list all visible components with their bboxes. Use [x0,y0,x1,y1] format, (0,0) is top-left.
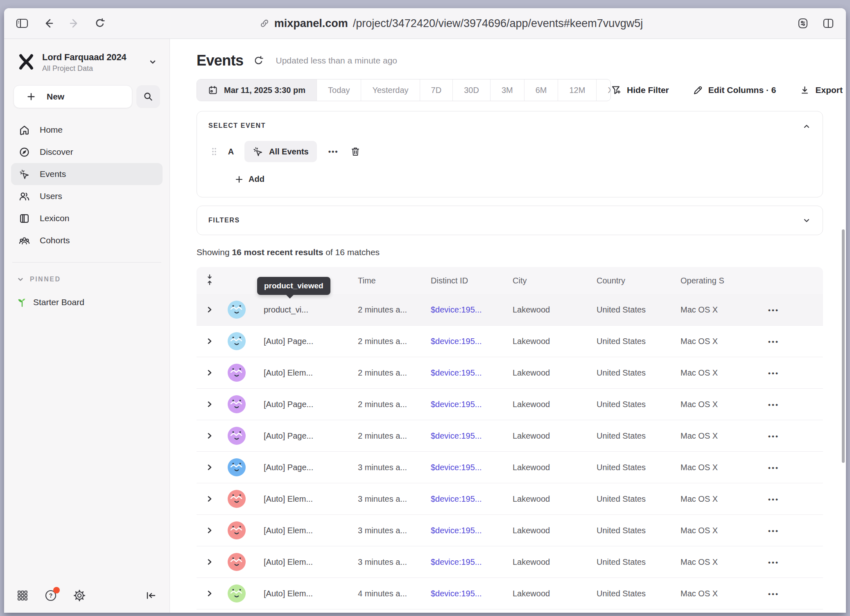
pinned-section-toggle[interactable]: PINNED [17,276,170,283]
event-country: United States [592,337,676,346]
expand-row-icon[interactable] [206,337,214,345]
expand-row-icon[interactable] [206,495,214,503]
distinct-id-link[interactable]: $device:195... [426,463,508,472]
browser-toolbar: mixpanel.com/project/3472420/view/397469… [4,8,846,39]
back-button[interactable] [43,18,54,29]
reload-button[interactable] [94,18,106,29]
table-row[interactable]: [Auto] Page... 2 minutes a... $device:19… [197,326,823,357]
range-3m[interactable]: 3M [491,79,524,101]
event-more-button[interactable]: ••• [327,147,340,156]
forward-button[interactable] [69,18,79,29]
collapse-rows-icon[interactable] [205,274,214,288]
distinct-id-link[interactable]: $device:195... [426,557,508,567]
row-more-button[interactable]: ••• [768,338,779,346]
distinct-id-link[interactable]: $device:195... [426,431,508,441]
page-settings-icon[interactable] [797,17,809,29]
expand-row-icon[interactable] [206,526,214,534]
sidebar-footer: ? [4,579,170,613]
help-button[interactable]: ? [44,589,57,602]
trash-icon[interactable] [350,146,361,157]
table-row[interactable]: [Auto] Elem... 3 minutes a... $device:19… [197,515,823,546]
expand-row-icon[interactable] [206,369,214,377]
add-event-button[interactable]: Add [235,174,811,184]
pinned-item-starter-board[interactable]: Starter Board [17,297,170,308]
column-header-time[interactable]: Time [353,276,426,285]
range-6m[interactable]: 6M [524,79,558,101]
seedling-icon [17,297,27,308]
row-more-button[interactable]: ••• [768,496,779,503]
expand-row-icon[interactable] [206,400,214,408]
sidebar-item-lexicon[interactable]: Lexicon [11,207,163,229]
expand-row-icon[interactable] [206,589,214,598]
distinct-id-link[interactable]: $device:195... [426,589,508,598]
edit-columns-button[interactable]: Edit Columns · 6 [693,85,776,95]
chevron-up-icon[interactable] [802,122,811,133]
range-12m[interactable]: 12M [558,79,597,101]
scrollbar-thumb[interactable] [842,229,845,463]
sidebar-item-discover[interactable]: Discover [11,141,163,163]
column-header-os[interactable]: Operating S [676,276,762,285]
event-city: Lakewood [508,400,592,409]
distinct-id-link[interactable]: $device:195... [426,526,508,535]
range-yesterday[interactable]: Yesterday [361,79,420,101]
table-row[interactable]: [Auto] Page... 2 minutes a... $device:19… [197,389,823,420]
export-button[interactable]: Export [800,85,843,95]
collapse-sidebar-icon[interactable] [145,590,157,601]
table-row[interactable]: [Auto] Elem... 2 minutes a... $device:19… [197,357,823,389]
date-picker[interactable]: Mar 11, 2025 3:30 pm [197,79,317,101]
row-more-button[interactable]: ••• [768,306,779,314]
distinct-id-link[interactable]: $device:195... [426,305,508,315]
column-header-distinct-id[interactable]: Distinct ID [426,276,508,285]
expand-row-icon[interactable] [206,463,214,471]
address-bar[interactable]: mixpanel.com/project/3472420/view/397469… [120,17,782,30]
sidebar-item-users[interactable]: Users [11,185,163,207]
event-city: Lakewood [508,557,592,567]
table-row[interactable]: product_vi... 2 minutes a... $device:195… [197,294,823,326]
table-row[interactable]: [Auto] Page... 3 minutes a... $device:19… [197,452,823,483]
expand-row-icon[interactable] [206,432,214,440]
table-row[interactable]: [Auto] Elem... 3 minutes a... $device:19… [197,483,823,515]
range-7d[interactable]: 7D [420,79,453,101]
distinct-id-link[interactable]: $device:195... [426,337,508,346]
column-header-country[interactable]: Country [592,276,676,285]
settings-gear-icon[interactable] [73,589,86,602]
row-more-button[interactable]: ••• [768,527,779,535]
table-row[interactable] [197,609,823,613]
project-switcher[interactable]: Lord Farquaad 2024 All Project Data [18,52,161,73]
sidebar-item-cohorts[interactable]: Cohorts [11,229,163,251]
event-country: United States [592,526,676,535]
chevron-down-icon[interactable] [802,216,811,226]
row-more-button[interactable]: ••• [768,464,779,472]
row-more-button[interactable]: ••• [768,369,779,377]
sidebar-item-home[interactable]: Home [11,119,163,141]
distinct-id-link[interactable]: $device:195... [426,368,508,378]
sidebar-item-events[interactable]: Events [11,163,163,185]
refresh-icon[interactable] [253,55,264,66]
row-more-button[interactable]: ••• [768,433,779,440]
range-xtd[interactable]: XTD [597,79,611,101]
row-more-button[interactable]: ••• [768,590,779,598]
new-button-label: New [47,92,64,102]
drag-handle-icon[interactable] [211,146,217,157]
all-events-chip[interactable]: All Events [244,141,317,162]
distinct-id-link[interactable]: $device:195... [426,400,508,409]
range-30d[interactable]: 30D [453,79,491,101]
distinct-id-link[interactable]: $device:195... [426,494,508,504]
apps-grid-icon[interactable] [16,589,29,602]
row-more-button[interactable]: ••• [768,401,779,409]
expand-row-icon[interactable] [206,558,214,566]
expand-row-icon[interactable] [206,306,214,314]
select-event-title: SELECT EVENT [208,122,811,129]
table-row[interactable]: [Auto] Page... 2 minutes a... $device:19… [197,420,823,452]
new-button[interactable]: New [14,85,132,108]
range-today[interactable]: Today [317,79,361,101]
table-row[interactable]: [Auto] Elem... 4 minutes a... $device:19… [197,578,823,609]
column-header-city[interactable]: City [508,276,592,285]
row-more-button[interactable]: ••• [768,559,779,566]
split-view-icon[interactable] [822,18,834,29]
hide-filter-button[interactable]: Hide Filter [611,85,669,95]
search-button[interactable] [136,85,160,108]
sidebar-item-label: Discover [40,147,73,157]
browser-sidebar-toggle-icon[interactable] [16,18,29,29]
table-row[interactable]: [Auto] Elem... 3 minutes a... $device:19… [197,546,823,578]
